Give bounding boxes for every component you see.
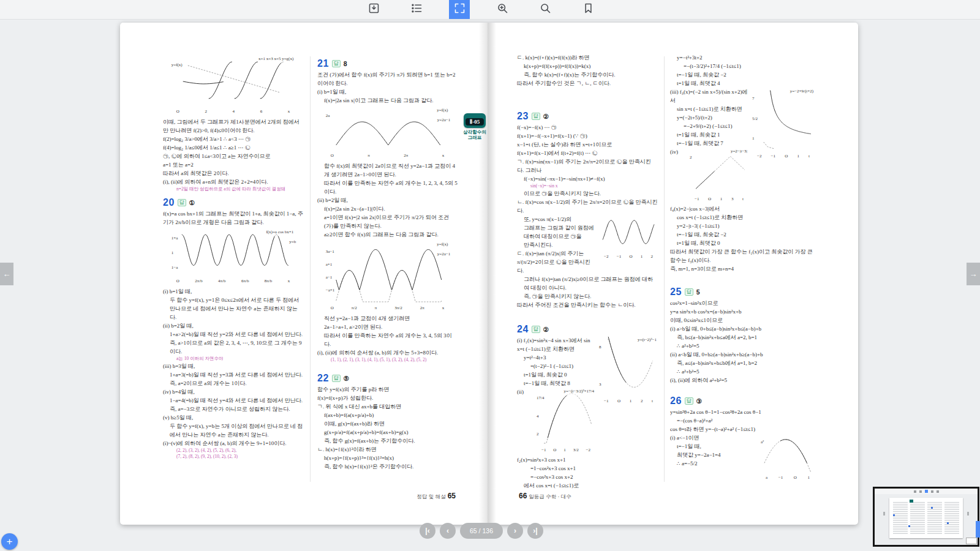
next-page-arrow[interactable]: → [967, 263, 980, 285]
fullscreen-icon [453, 2, 466, 17]
solution-text: 그러나 f(x)=|tan (π/2)x|≥0이므로 그래프는 원점에 대하여 … [517, 275, 658, 292]
spacer [670, 273, 815, 282]
solution-text: =−cos²x+3 cos x+2 [517, 473, 658, 481]
solution-text: (i) b=1일 때, [317, 88, 458, 96]
solution-text: f(x+1)=f(x−1)에서 f(t+2)=f(t) ⋯ ㉡ [517, 149, 658, 157]
first-page-button[interactable]: |‹ [420, 523, 435, 539]
annotation-note: (2, 2), (3, 2), (4, 2), (5, 2), (6, 2), [163, 448, 303, 454]
answer-value: 8 [344, 59, 347, 68]
figure-label: 7 [752, 94, 755, 103]
solution-text: f(4)=log₂ 1/a≤0에서 1/a≤1 ∴ a≥1 ⋯ ㉡ [163, 143, 303, 152]
solution-text: (i) a>b일 때, 0+b≤(a−b)sin²x+b≤(a−b)+b [670, 324, 815, 333]
spacer [517, 88, 658, 106]
fullscreen-button[interactable] [449, 0, 470, 19]
solution-text: (v) b≥5일 때, [163, 413, 303, 422]
section-code: Ⅱ-05 [466, 118, 484, 126]
solution-text: (i), (ii)에 의하여 a+n의 최댓값은 2+2=4이다. [163, 178, 303, 186]
figure-label: 17/4 [537, 394, 544, 402]
figure-axis-labels: −2−1O12 [599, 252, 658, 261]
problem-number: 24 [517, 325, 529, 334]
figure-label: y=(t−2)²−1 [638, 335, 657, 344]
download-icon [368, 2, 380, 17]
solution-figure-humps4: 8.016.08.016.0y=f(x)y=2a−13a−1a+1a−1−a+1… [326, 241, 450, 312]
solution-text: 1+a>2(=b)일 때 직선 y=2와 서로 다른 네 점에서 만난다. [163, 330, 303, 339]
next-page-button[interactable]: › [507, 523, 523, 539]
last-page-button[interactable]: ›| [527, 523, 543, 539]
add-button[interactable]: + [1, 533, 18, 550]
solution-figure-parabDown: 4.033.857.233.833.849.4y=−(t−3/2)²+17/41… [537, 388, 595, 454]
answer-badge: 답 [332, 60, 341, 67]
spacer [517, 309, 658, 319]
magnifier-plus-icon [496, 2, 509, 17]
answer-value: ① [189, 198, 195, 207]
solution-text: f(x)=f(x+p)가 성립한다. [317, 394, 458, 402]
answer-badge: 답 [685, 397, 693, 405]
solution-text: 치환하면 [517, 490, 658, 490]
mini-right-arrow [967, 512, 969, 515]
solution-text: y=−t²+3t+2 [670, 53, 815, 62]
solution-text: t=1일 때, 최댓값 0 [670, 239, 815, 247]
figure-label: 1 [172, 249, 174, 257]
figure-axis-labels: −1O13/2−2 [537, 446, 595, 454]
solution-text: 2a−1>a+1, a>2이면 된다. [317, 323, 458, 331]
solution-text: 즉, 함수 k(x)=(f∘f)(x)는 주기함수이다. [517, 70, 658, 79]
figure-label: y=2a−1 [437, 250, 451, 258]
mini-active-icon [925, 490, 928, 493]
toc-button[interactable] [406, 0, 427, 19]
toolbar [0, 0, 980, 20]
preview-resize-handle[interactable] [966, 538, 977, 544]
mini-problem-marker [931, 507, 933, 509]
solution-text: f(ax+b)=f(a(x+p/a)+b) [317, 411, 458, 419]
answer-value: ③ [696, 397, 702, 405]
solution-text: 두 함수 y=f(x), y=b는 5개 이상의 점에서 만나므로 네 점에서 … [163, 422, 303, 439]
zoom-in-button[interactable] [492, 0, 513, 19]
annotation-note: (1, 1), (2, 1), (3, 1), (4, 1), (5, 1), … [317, 357, 458, 363]
solution-text: (ii) a<b일 때, 0+b≥(a−b)sin²x+b≥(a−b)+b [670, 350, 815, 359]
answer-badge: 답 [332, 375, 341, 382]
figure-axis-labels: −2−1O1t [752, 152, 815, 160]
figure-axis-labels: −1O12t [599, 397, 658, 405]
mini-icon [914, 490, 916, 493]
solution-text: f(2)=log₂ 3/a>0에서 3/a>1 ∴ a<3 ⋯ ㉠ [163, 135, 303, 143]
figure-label: y=b [289, 238, 296, 246]
problem-number: 25 [670, 288, 682, 296]
previous-page-arrow[interactable]: ← [0, 263, 13, 285]
solution-text: (iii) b=3일 때, [163, 362, 303, 370]
solution-text: 즉, a≤(a−b)sin²x+b≤b에서 a=1, b=2 [670, 359, 815, 367]
bookmark-button[interactable] [578, 0, 598, 19]
book-spread[interactable]: 6.016.058.0100.0142.0x=1 x=3 x=5 y=g(x)y… [120, 23, 858, 525]
annotation-note: a는 10 이하의 자연수야 [163, 356, 303, 362]
search-button[interactable] [535, 0, 556, 19]
solution-figure-humps2: 8.016.016.08.0y=f(x)y=2a−12aOπ2πx [326, 107, 450, 160]
solution-text: 이때, 그림에서 두 그래프가 제1사분면에서 2개의 점에서만 만나려면 f(… [163, 118, 303, 135]
previous-page-button[interactable]: ‹ [440, 523, 456, 539]
page-gutter [479, 23, 496, 525]
solution-text: 즉, ㉠을 만족시키지 않는다. [517, 292, 658, 301]
mini-icon [937, 490, 939, 493]
download-button[interactable] [363, 0, 384, 19]
solution-text: 따라서 a의 최댓값은 2이다. [163, 169, 303, 178]
page-indicator[interactable]: 65 / 136 [460, 523, 503, 539]
problem-number: 20 [163, 198, 175, 207]
figure-label: a² [761, 438, 764, 446]
left-page-column-2: 21답8조건 (가)에서 함수 f(x)의 주기가 π가 되려면 b=1 또는 … [317, 53, 458, 490]
mini-left-arrow [883, 512, 885, 515]
solution-text: 따라서 이를 만족하는 자연수 a의 개수는 1, 2, 3, 4, 5의 5이… [317, 179, 458, 196]
solution-text: 즉, a>1이므로 a의 값은 2, 3, 4, ⋯, 9, 10으로 그 개수… [163, 339, 303, 356]
problem-number: 26 [670, 397, 682, 405]
figure-label: 1+a [172, 234, 178, 242]
answer-value: ⑤ [344, 374, 349, 383]
solution-text: t=−1일 때, 최솟값 −2 [670, 70, 815, 79]
solution-figure-parabDown2: 2.053.740.740.7a²a−1O1 [761, 434, 815, 482]
mini-problem-marker [908, 525, 910, 527]
solution-text: f(x+1)=−f(−x+1)=f(x−1) (∵ ㉠) [517, 132, 658, 140]
preview-window[interactable] [873, 487, 979, 547]
mini-problem-marker [947, 522, 949, 524]
solution-text: f(x)=|2a sin x|이고 그래프는 다음 그림과 같다. [317, 96, 458, 105]
figure-label: 5/2 [752, 114, 758, 123]
figure-label: y=2−|t−3| [731, 147, 747, 156]
solution-text: (iv) b=4일 때, [163, 388, 303, 396]
figure-label: a+1 [326, 260, 333, 269]
solution-text: 이때, 0≤sin²x≤1이므로 [670, 316, 815, 324]
section-badge-code-box: Ⅱ-05 [464, 113, 486, 128]
